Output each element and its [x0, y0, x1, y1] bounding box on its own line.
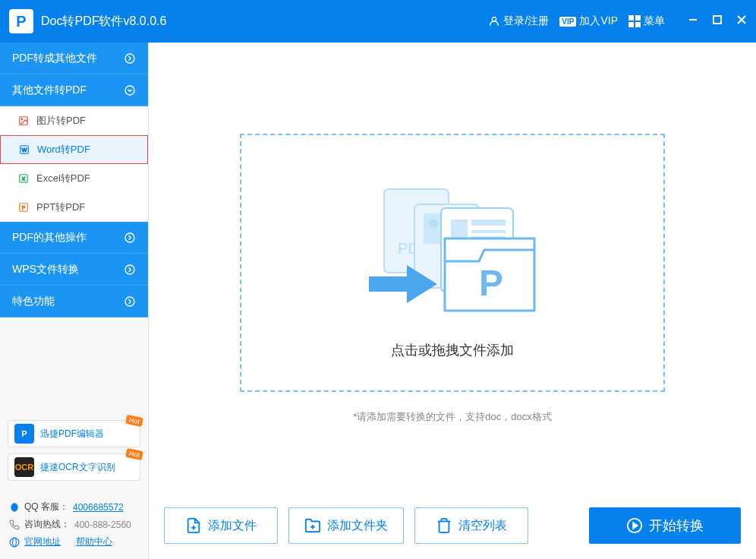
nav-section-features[interactable]: 特色功能 — [0, 286, 148, 317]
nav-item-image-to-pdf[interactable]: 图片转PDF — [0, 106, 148, 135]
phone-icon — [9, 520, 20, 530]
svg-text:W: W — [22, 147, 27, 153]
nav-section-label: 其他文件转PDF — [12, 84, 87, 97]
user-icon — [488, 15, 500, 27]
chevron-right-icon — [124, 295, 136, 308]
nav-item-word-to-pdf[interactable]: W Word转PDF — [0, 135, 148, 164]
svg-point-5 — [125, 54, 134, 63]
svg-point-20 — [13, 538, 17, 547]
help-link[interactable]: 帮助中心 — [76, 535, 112, 548]
promo-label: 捷速OCR文字识别 — [40, 461, 115, 474]
app-title: Doc转PDF软件v8.0.0.6 — [41, 14, 488, 30]
nav-item-label: Excel转PDF — [36, 172, 90, 185]
start-convert-button[interactable]: 开始转换 — [589, 507, 741, 544]
start-label: 开始转换 — [649, 516, 704, 535]
promo-label: 迅捷PDF编辑器 — [40, 428, 104, 441]
image-icon — [18, 115, 29, 126]
add-file-button[interactable]: 添加文件 — [164, 507, 278, 544]
nav-item-label: Word转PDF — [37, 143, 90, 156]
svg-point-25 — [429, 219, 438, 228]
promo-ocr[interactable]: OCR 捷速OCR文字识别 Hot — [8, 453, 140, 481]
nav-item-label: PPT转PDF — [36, 201, 85, 214]
hint-text: *请添加需要转换的文件，支持doc，docx格式 — [164, 410, 741, 424]
hotline-contact: 咨询热线： 400-888-2560 — [9, 518, 139, 531]
clear-list-label: 清空列表 — [458, 518, 507, 534]
drop-zone[interactable]: PDF P 点击或拖拽文件添加 — [240, 134, 665, 392]
qq-link[interactable]: 4006685572 — [73, 502, 124, 513]
nav-section-label: WPS文件转换 — [12, 263, 79, 276]
minimize-button[interactable] — [688, 14, 698, 28]
svg-point-0 — [493, 17, 496, 21]
clear-list-button[interactable]: 清空列表 — [414, 507, 528, 544]
promo-pdf-editor[interactable]: P 迅捷PDF编辑器 Hot — [8, 420, 140, 447]
nav-section-wps-convert[interactable]: WPS文件转换 — [0, 254, 148, 286]
chevron-right-icon — [124, 264, 136, 276]
add-folder-button[interactable]: 添加文件夹 — [288, 507, 404, 544]
vip-button[interactable]: VIP 加入VIP — [559, 14, 618, 28]
nav-section-pdf-to-other[interactable]: PDF转成其他文件 — [0, 43, 148, 74]
app-logo: P — [9, 9, 33, 33]
qq-label: QQ 客服： — [24, 501, 68, 513]
site-link[interactable]: 官网地址 — [24, 535, 61, 548]
svg-point-6 — [125, 86, 134, 95]
svg-marker-37 — [633, 523, 638, 528]
qq-contact: QQ 客服： 4006685572 — [9, 501, 139, 513]
hot-badge: Hot — [125, 448, 143, 460]
nav-section-label: PDF的其他操作 — [12, 231, 87, 245]
chevron-right-icon — [124, 52, 136, 65]
nav-item-excel-to-pdf[interactable]: X Excel转PDF — [0, 164, 148, 193]
folder-add-icon — [304, 517, 321, 534]
chevron-right-icon — [124, 232, 136, 244]
vip-icon: VIP — [559, 17, 576, 27]
svg-point-18 — [11, 503, 17, 512]
hot-badge: Hot — [125, 415, 143, 427]
hotline-value: 400-888-2560 — [74, 520, 131, 530]
svg-point-8 — [21, 118, 23, 120]
menu-label: 菜单 — [644, 14, 665, 28]
sidebar: PDF转成其他文件 其他文件转PDF 图片转PDF W Word转PDF — [0, 43, 149, 559]
svg-text:P: P — [22, 205, 26, 210]
ppt-icon: P — [18, 202, 29, 213]
login-label: 登录/注册 — [503, 14, 549, 28]
svg-point-16 — [125, 265, 134, 274]
login-button[interactable]: 登录/注册 — [488, 14, 549, 28]
svg-text:X: X — [22, 176, 26, 182]
content-area: PDF P 点击或拖拽文件添加 *请添加需要转换的文件，支持doc，docx格式 — [149, 43, 756, 559]
vip-label: 加入VIP — [579, 14, 618, 28]
pdf-editor-icon: P — [14, 424, 34, 444]
nav-section-label: PDF转成其他文件 — [12, 52, 97, 65]
svg-rect-30 — [451, 219, 468, 239]
nav-item-ppt-to-pdf[interactable]: P PPT转PDF — [0, 193, 148, 222]
close-button[interactable] — [736, 14, 747, 28]
svg-point-19 — [10, 538, 19, 547]
trash-icon — [436, 517, 452, 534]
nav-section-pdf-other-ops[interactable]: PDF的其他操作 — [0, 222, 148, 254]
maximize-button[interactable] — [712, 14, 723, 28]
add-file-label: 添加文件 — [208, 518, 257, 534]
svg-point-17 — [125, 297, 134, 306]
drop-illustration-icon: PDF P — [354, 166, 551, 318]
titlebar: P Doc转PDF软件v8.0.0.6 登录/注册 VIP 加入VIP 菜单 — [0, 0, 756, 43]
nav-section-other-to-pdf[interactable]: 其他文件转PDF — [0, 74, 148, 106]
add-folder-label: 添加文件夹 — [327, 518, 388, 534]
ocr-icon: OCR — [14, 457, 34, 477]
drop-text: 点击或拖拽文件添加 — [391, 341, 514, 359]
svg-point-15 — [125, 233, 134, 242]
word-icon: W — [19, 144, 30, 155]
svg-text:P: P — [479, 263, 503, 303]
play-icon — [626, 517, 643, 534]
hotline-label: 咨询热线： — [24, 518, 70, 531]
qq-icon — [9, 502, 20, 513]
excel-icon: X — [18, 173, 29, 184]
svg-rect-27 — [471, 219, 506, 226]
menu-grid-icon — [628, 15, 641, 27]
nav-item-label: 图片转PDF — [36, 114, 86, 128]
nav-section-label: 特色功能 — [12, 295, 55, 308]
menu-button[interactable]: 菜单 — [628, 14, 665, 28]
svg-rect-2 — [713, 16, 721, 24]
file-add-icon — [185, 517, 202, 534]
globe-icon — [9, 537, 20, 548]
chevron-down-icon — [124, 84, 136, 96]
svg-rect-28 — [471, 230, 506, 233]
